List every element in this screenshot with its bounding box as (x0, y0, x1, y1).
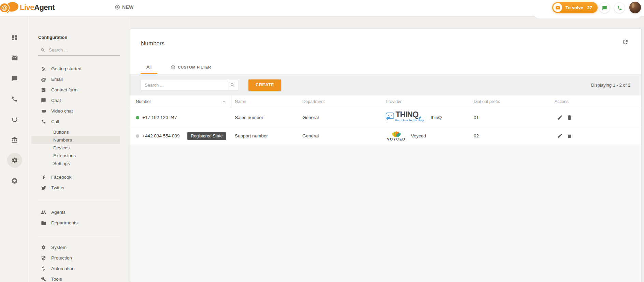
registered-state-badge: Registered State (187, 132, 226, 140)
phone-number: +17 192 120 247 (142, 115, 177, 120)
table-search (141, 80, 238, 90)
rail-configuration-icon[interactable] (7, 153, 22, 168)
sidebar-item-label: Agents (51, 210, 66, 215)
sidebar-item-protection[interactable]: Protection (29, 253, 130, 263)
column-resize-handle[interactable] (231, 95, 232, 108)
sidebar-item-label: Departments (51, 220, 77, 225)
sidebar-item-label: Protection (51, 255, 72, 261)
sidebar-subitem-settings[interactable]: Settings (31, 160, 120, 167)
column-header-name[interactable]: Name (233, 95, 300, 108)
plus-circle-icon (115, 4, 120, 10)
sidebar-item-facebook[interactable]: Facebook (29, 172, 130, 182)
sidebar-item-departments[interactable]: Departments (29, 218, 130, 228)
numbers-panel: Numbers All CUSTOM FILTER CRE (130, 29, 641, 282)
folder-icon (41, 220, 46, 226)
calls-online-button[interactable] (614, 3, 625, 13)
at-icon: @ (41, 77, 46, 82)
sidebar-item-getting-started[interactable]: Getting started (29, 63, 130, 74)
sidebar-item-tools[interactable]: Tools (29, 274, 130, 282)
rss-icon (41, 66, 46, 72)
to-solve-label: To solve (566, 5, 583, 10)
to-solve-button[interactable]: To solve 27 (552, 2, 598, 13)
number-cell: +442 034 554 039 Registered State (130, 132, 231, 140)
delete-trash-icon[interactable] (567, 133, 572, 139)
name-cell: Support number (233, 133, 300, 138)
tab-bar: All CUSTOM FILTER (141, 61, 217, 74)
edit-pencil-icon[interactable] (557, 133, 563, 139)
sidebar-item-label: Automation (51, 266, 74, 271)
number-cell: +17 192 120 247 (130, 115, 231, 120)
rail-tickets-icon[interactable] (7, 50, 22, 65)
sidebar-divider (38, 200, 120, 200)
sidebar-subitem-label: Settings (53, 161, 70, 166)
rail-reports-icon[interactable] (7, 112, 22, 127)
user-avatar[interactable] (629, 2, 641, 13)
sidebar-item-email[interactable]: @ Email (29, 74, 130, 85)
sidebar-title: Configuration (38, 35, 130, 40)
sidebar-divider (38, 235, 120, 235)
sidebar-subitem-devices[interactable]: Devices (31, 144, 120, 152)
rail-chat-icon[interactable] (7, 71, 22, 86)
rail-call-icon[interactable] (7, 91, 22, 106)
sidebar-item-label: Getting started (51, 66, 82, 71)
logo-agent: Agent (34, 3, 55, 12)
table-row[interactable]: +442 034 554 039 Registered State Suppor… (130, 127, 641, 145)
sidebar-item-label: Video chat (51, 108, 73, 114)
plus-circle-icon (171, 65, 175, 70)
sidebar-subitem-extensions[interactable]: Extensions (31, 152, 120, 160)
table-row[interactable]: +17 192 120 247 Sales number General <> … (130, 108, 641, 127)
sidebar-subitem-numbers[interactable]: Numbers (31, 136, 120, 144)
sort-chevron-icon[interactable] (222, 100, 226, 104)
column-header-provider[interactable]: Provider (384, 95, 472, 108)
search-icon (41, 48, 45, 53)
sidebar-item-call[interactable]: Call (29, 116, 130, 127)
search-submit-button[interactable] (227, 80, 238, 90)
refresh-icon[interactable] (622, 39, 629, 45)
sidebar-subitem-label: Buttons (53, 130, 69, 135)
sidebar-subitem-label: Extensions (53, 153, 76, 158)
sidebar-search-placeholder: Search ... (49, 47, 68, 53)
create-button[interactable]: CREATE (248, 79, 281, 91)
column-header-label: Number (136, 99, 151, 104)
rail-dashboard-icon[interactable] (7, 30, 22, 45)
thinq-wordmark: THINQ (396, 110, 418, 119)
chats-online-button[interactable] (599, 3, 610, 13)
voyced-fan-icon (391, 131, 401, 137)
sidebar-item-chat[interactable]: Chat (29, 95, 130, 106)
page-title: Numbers (141, 40, 164, 47)
sidebar-search[interactable]: Search ... (38, 45, 120, 56)
tab-custom-filter[interactable]: CUSTOM FILTER (165, 61, 217, 74)
rail-academy-icon[interactable] (7, 132, 22, 147)
panel-header: Numbers All CUSTOM FILTER (130, 29, 641, 74)
sidebar-item-video-chat[interactable]: Video chat (29, 106, 130, 116)
thinq-tagline: there is a better way (395, 119, 424, 122)
sidebar-item-label: System (51, 245, 67, 250)
sidebar-item-automation[interactable]: Automation (29, 263, 130, 274)
voyced-wordmark: VOYCED (387, 137, 405, 141)
tab-all[interactable]: All (141, 61, 157, 74)
phone-number: +442 034 554 039 (142, 133, 180, 138)
phone-icon (617, 5, 622, 11)
department-cell: General (300, 115, 384, 120)
sidebar-item-label: Twitter (51, 185, 65, 190)
sidebar-item-label: Email (51, 77, 63, 82)
new-button-label: NEW (122, 4, 134, 10)
delete-trash-icon[interactable] (567, 115, 572, 120)
column-header-department[interactable]: Department (300, 95, 384, 108)
column-header-actions: Actions (553, 95, 641, 108)
displaying-count: Displaying 1 - 2 of 2 (591, 83, 630, 88)
table-search-input[interactable] (141, 80, 227, 90)
sidebar-item-contact-form[interactable]: Contact form (29, 85, 130, 95)
edit-pencil-icon[interactable] (557, 115, 563, 120)
column-header-number[interactable]: Number (130, 95, 231, 108)
rail-upgrade-star-icon[interactable] (7, 173, 22, 188)
new-button[interactable]: NEW (115, 4, 134, 10)
sidebar-item-twitter[interactable]: Twitter (29, 182, 130, 193)
liveagent-logo[interactable]: @ LiveAgent (3, 2, 55, 13)
sidebar-item-agents[interactable]: Agents (29, 207, 130, 218)
sidebar-subitem-buttons[interactable]: Buttons (31, 128, 120, 136)
sidebar-item-system[interactable]: System (29, 242, 130, 253)
column-header-dial-out-prefix[interactable]: Dial out prefix (472, 95, 553, 108)
status-online-dot (136, 116, 139, 119)
sidebar-item-label: Contact form (51, 87, 77, 92)
